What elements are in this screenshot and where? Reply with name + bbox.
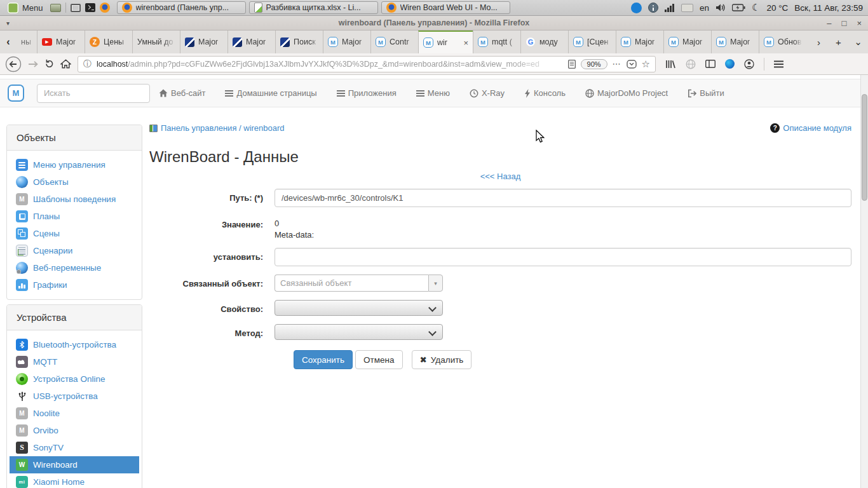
browser-tab[interactable]: MОбнов	[759, 30, 806, 53]
browser-tab[interactable]: Major	[227, 30, 275, 53]
browser-tab[interactable]: Major	[180, 30, 227, 53]
majordomo-logo-icon[interactable]: M	[8, 85, 24, 102]
cancel-button[interactable]: Отмена	[355, 350, 402, 369]
hamburger-menu-icon[interactable]	[774, 60, 783, 68]
sidebar-item-веб-переменные[interactable]: Веб-переменные	[10, 259, 139, 276]
page-scrollbar[interactable]	[860, 75, 868, 488]
browser-tab[interactable]: ▶Major	[37, 30, 85, 53]
close-button[interactable]: ×	[857, 18, 862, 28]
sidebar-item-шаблоны-поведения[interactable]: MШаблоны поведения	[10, 191, 139, 208]
signal-strength-icon[interactable]	[665, 4, 675, 12]
page-actions-icon[interactable]: ⋯	[613, 59, 621, 69]
navbar-item-веб-сайт[interactable]: Веб-сайт	[159, 88, 205, 98]
back-button[interactable]	[5, 56, 22, 72]
sidebar-item-wirenboard[interactable]: WWirenboard	[10, 456, 139, 473]
clock[interactable]: Вск, 11 Авг, 23:59	[794, 3, 863, 13]
home-button[interactable]	[60, 59, 71, 69]
navbar-item-домашние-страницы[interactable]: Домашние страницы	[225, 88, 316, 98]
sidebar-item-графики[interactable]: Графики	[10, 276, 139, 294]
bookmark-star-icon[interactable]: ☆	[642, 58, 650, 70]
navbar-item-меню[interactable]: Меню	[416, 88, 450, 98]
module-help-link[interactable]: ? Описание модуля	[770, 123, 851, 133]
browser-tab[interactable]: MMajor	[663, 30, 711, 53]
linked-object-combobox[interactable]: ▾	[275, 274, 443, 292]
browser-tab[interactable]: MMajor	[616, 30, 663, 53]
breadcrumb[interactable]: Панель управления / wirenboard	[149, 123, 285, 133]
property-select[interactable]	[275, 300, 443, 316]
browser-tab[interactable]: MContr	[370, 30, 418, 53]
sidebar-item-сценарии[interactable]: Сценарии	[10, 242, 139, 259]
night-mode-icon[interactable]: ☾	[752, 2, 760, 13]
browser-tab-partial[interactable]: ны	[17, 30, 37, 53]
sidebar-item-устройства-online[interactable]: Устройства Online	[10, 370, 139, 388]
browser-tab-active[interactable]: Mwir×	[418, 30, 473, 53]
extension-icon[interactable]	[725, 59, 735, 69]
keyboard-layout[interactable]: en	[700, 3, 709, 13]
sidebar-item-mqtt[interactable]: MQTT	[10, 353, 139, 370]
library-icon[interactable]	[666, 60, 676, 69]
navbar-item-x-ray[interactable]: X-Ray	[470, 88, 505, 98]
display-launcher-icon[interactable]	[71, 4, 81, 12]
show-desktop-icon[interactable]	[50, 4, 61, 12]
sidebar-item-объекты[interactable]: Объекты	[10, 173, 139, 191]
browser-tab[interactable]: Умный до	[132, 30, 180, 53]
site-info-icon[interactable]: ⓘ	[83, 58, 92, 70]
scroll-tabs-left-button[interactable]: ‹	[0, 30, 17, 53]
browser-tab[interactable]: Mmqtt (	[473, 30, 520, 53]
pocket-icon[interactable]	[627, 60, 637, 69]
browser-tab[interactable]: MMajor	[323, 30, 370, 53]
volume-icon[interactable]	[715, 3, 726, 12]
minimize-button[interactable]: –	[827, 18, 831, 28]
sidebar-item-xiaomi-home[interactable]: miXiaomi Home	[10, 473, 139, 488]
sidebar-item-сцены[interactable]: Сцены	[10, 225, 139, 242]
bluetooth-tray-icon[interactable]	[631, 3, 642, 13]
list-tabs-button[interactable]: ⌄	[848, 30, 868, 53]
delete-button[interactable]: ✖ Удалить	[412, 350, 472, 369]
path-input[interactable]	[275, 189, 851, 207]
update-shield-icon[interactable]	[648, 3, 658, 13]
temperature-indicator[interactable]: 20 °C	[766, 3, 788, 13]
browser-tab[interactable]: Gмоду	[520, 30, 568, 53]
back-link[interactable]: <<< Назад	[480, 172, 521, 181]
forward-button[interactable]	[28, 60, 38, 69]
maximize-button[interactable]: □	[842, 18, 847, 28]
combobox-dropdown-icon[interactable]: ▾	[428, 274, 443, 292]
sync-globe-icon[interactable]	[686, 59, 696, 69]
reload-button[interactable]	[44, 59, 54, 69]
network-tray-icon[interactable]	[681, 4, 693, 12]
terminal-launcher-icon[interactable]	[85, 3, 95, 12]
scrollbar-thumb[interactable]	[862, 94, 867, 201]
sidebar-item-меню-управления[interactable]: Меню управления	[10, 156, 139, 173]
save-button[interactable]: Сохранить	[294, 350, 353, 369]
navbar-item-выйти[interactable]: Выйти	[688, 88, 724, 98]
mint-menu-button[interactable]: Menu	[5, 3, 46, 13]
sidebar-item-планы[interactable]: Планы	[10, 208, 139, 225]
search-input[interactable]	[37, 84, 150, 103]
navbar-item-консоль[interactable]: Консоль	[524, 88, 566, 98]
sidebar-item-noolite[interactable]: MNoolite	[10, 405, 139, 422]
navbar-item-majordomo-project[interactable]: MajorDoMo Project	[585, 88, 668, 98]
url-bar[interactable]: ⓘ localhost/admin.php?pd=cGFuZWw6e2FjdGl…	[78, 56, 656, 72]
new-tab-button[interactable]: +	[829, 30, 848, 53]
scroll-tabs-right-button[interactable]: ›	[809, 30, 829, 53]
taskbar-window-button[interactable]: wirenboard (Панель упр...	[117, 1, 246, 14]
browser-tab[interactable]: MMajor	[711, 30, 759, 53]
taskbar-window-button[interactable]: Wiren Board Web UI - Mo...	[381, 1, 510, 14]
sidebar-item-usb-устройства[interactable]: USB-устройства	[10, 388, 139, 405]
battery-icon[interactable]	[732, 4, 745, 11]
firefox-launcher-icon[interactable]	[100, 3, 110, 13]
sidebar-toggle-icon[interactable]	[705, 60, 715, 68]
sidebar-item-sonytv[interactable]: SSonyTV	[10, 439, 139, 456]
method-select[interactable]	[275, 324, 443, 340]
navbar-item-приложения[interactable]: Приложения	[337, 88, 397, 98]
browser-tab[interactable]: Поиск	[275, 30, 323, 53]
zoom-level-badge[interactable]: 90%	[581, 59, 607, 69]
reader-mode-icon[interactable]	[568, 60, 576, 69]
sidebar-item-orvibo[interactable]: MOrvibo	[10, 422, 139, 439]
set-value-input[interactable]	[275, 248, 851, 266]
account-icon[interactable]	[744, 59, 754, 69]
taskbar-window-button[interactable]: Разбивка щитка.xlsx - Li...	[249, 1, 378, 14]
sidebar-item-bluetooth-устройства[interactable]: Bluetooth-устройства	[10, 336, 139, 353]
browser-tab[interactable]: M[Сцен	[568, 30, 616, 53]
browser-tab[interactable]: ZЦены	[85, 30, 132, 53]
